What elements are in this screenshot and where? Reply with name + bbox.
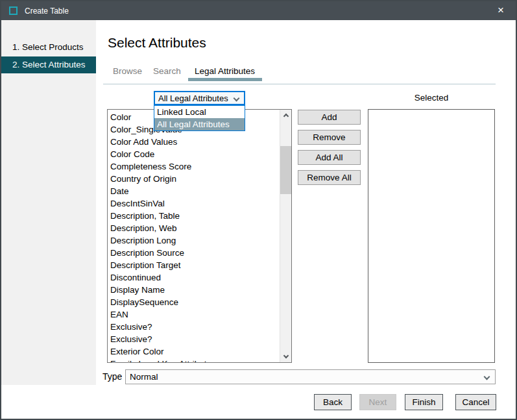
list-item[interactable]: DisplaySequence xyxy=(108,296,279,308)
list-item[interactable]: DescIntSinVal xyxy=(108,197,279,210)
list-item[interactable]: EAN xyxy=(108,308,279,321)
attribute-filter-combobox[interactable]: All Legal Attributes xyxy=(154,91,245,105)
remove-all-button[interactable]: Remove All xyxy=(298,170,361,185)
back-button[interactable]: Back xyxy=(314,394,352,410)
active-tab-underline xyxy=(188,78,262,81)
add-all-button[interactable]: Add All xyxy=(298,150,361,165)
list-item[interactable]: Family Level Key Attribute xyxy=(108,358,279,363)
attribute-list: ColorColor_SingleValueColor Add ValuesCo… xyxy=(108,111,279,363)
tab-search[interactable]: Search xyxy=(153,66,181,76)
list-item[interactable]: Date xyxy=(108,185,279,197)
list-item[interactable]: Color Add Values xyxy=(108,136,279,148)
selected-listbox[interactable] xyxy=(368,109,495,363)
list-item[interactable]: Description Source xyxy=(108,247,279,259)
scrollbar-thumb[interactable] xyxy=(280,146,291,194)
tabs-divider xyxy=(103,84,496,84)
chevron-up-icon xyxy=(283,114,288,119)
sidebar-item-select-attributes[interactable]: 2. Select Attributes xyxy=(1,56,96,73)
selected-label: Selected xyxy=(368,93,495,103)
cancel-button[interactable]: Cancel xyxy=(455,394,496,410)
vertical-scrollbar xyxy=(280,110,291,362)
list-item[interactable]: Display Name xyxy=(108,284,279,296)
finish-button[interactable]: Finish xyxy=(405,394,443,410)
window-title: Create Table xyxy=(25,6,69,16)
list-item[interactable]: Description, Table xyxy=(108,210,279,222)
scroll-down-button[interactable] xyxy=(280,351,291,362)
remove-button[interactable]: Remove xyxy=(298,130,361,145)
next-button: Next xyxy=(359,394,396,410)
list-item[interactable]: Exclusive? xyxy=(108,321,279,333)
sidebar-item-select-products[interactable]: 1. Select Products xyxy=(12,42,84,52)
list-item[interactable]: Color Code xyxy=(108,148,279,160)
add-button[interactable]: Add xyxy=(298,110,361,125)
chevron-down-icon xyxy=(283,353,288,358)
tab-browse[interactable]: Browse xyxy=(113,66,142,76)
page-title: Select Attributes xyxy=(108,35,206,51)
close-icon[interactable]: × xyxy=(494,5,507,16)
chevron-down-icon xyxy=(484,374,490,380)
dropdown-option-linked-local[interactable]: Linked Local xyxy=(154,106,245,118)
titlebar: Create Table × xyxy=(1,1,516,20)
type-label: Type xyxy=(102,371,122,382)
type-value: Normal xyxy=(126,372,158,382)
combobox-value: All Legal Attributes xyxy=(155,93,228,103)
list-item[interactable]: Description, Web xyxy=(108,222,279,234)
list-item[interactable]: Description Long xyxy=(108,234,279,247)
tab-legal-attributes[interactable]: Legal Attributes xyxy=(195,66,255,76)
scroll-up-button[interactable] xyxy=(280,110,291,121)
app-icon xyxy=(9,6,18,15)
type-combobox[interactable]: Normal xyxy=(125,369,496,384)
dropdown-option-all-legal-attributes[interactable]: All Legal Attributes xyxy=(154,118,245,130)
create-table-dialog: Create Table × 1. Select Products 2. Sel… xyxy=(0,0,517,420)
attribute-filter-dropdown: Linked Local All Legal Attributes xyxy=(154,105,245,131)
list-item[interactable]: Country of Origin xyxy=(108,173,279,185)
list-item[interactable]: Exterior Color xyxy=(108,345,279,358)
attributes-listbox: ColorColor_SingleValueColor Add ValuesCo… xyxy=(107,109,292,363)
list-item[interactable]: Exclusive? xyxy=(108,333,279,345)
list-item[interactable]: Discontinued xyxy=(108,271,279,284)
wizard-sidebar: 1. Select Products 2. Select Attributes xyxy=(1,20,96,385)
chevron-down-icon[interactable] xyxy=(234,95,240,102)
list-item[interactable]: Completeness Score xyxy=(108,160,279,173)
list-item[interactable]: Description Target xyxy=(108,259,279,271)
